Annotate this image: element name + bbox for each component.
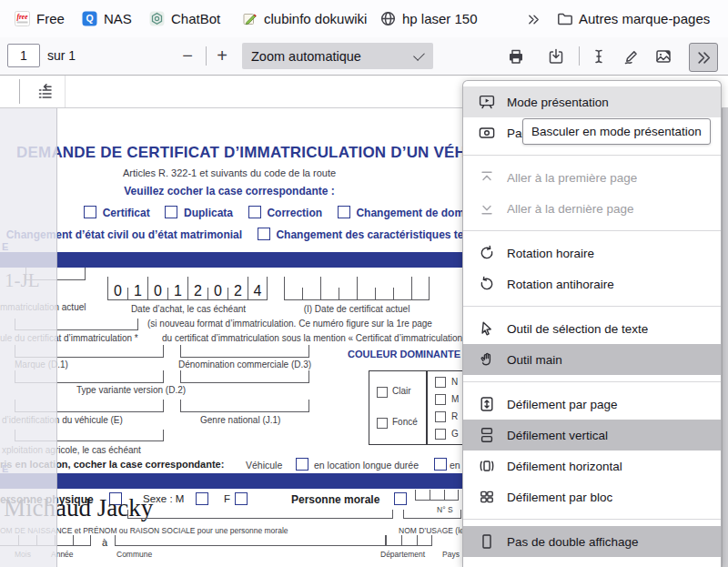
text-selection-tool-button[interactable] xyxy=(585,43,612,70)
bookmark-hp-laser[interactable]: hp laser 150 xyxy=(377,6,481,32)
menu-item-vertical-scrolling[interactable]: Défilement vertical xyxy=(463,420,721,451)
field-bracket xyxy=(127,510,393,519)
zoom-out-button[interactable]: − xyxy=(174,41,201,70)
field-bracket xyxy=(180,370,309,383)
divider xyxy=(19,79,20,104)
draw-tool-button[interactable] xyxy=(618,43,645,70)
bookmark-dokuwiki[interactable]: clubinfo dokuwiki xyxy=(238,6,370,32)
menu-item-text-selection-tool[interactable]: Outil de sélection de texte xyxy=(463,313,721,344)
menu-item-label: Pas de double affichage xyxy=(507,535,639,549)
chevron-down-icon xyxy=(413,49,425,61)
tooltip-text: Basculer en mode présentation xyxy=(531,125,702,138)
form-subtitle: Articles R. 322-1 et suivants du code de… xyxy=(56,167,402,178)
zoom-select-value: Zoom automatique xyxy=(251,49,361,64)
rotate-counterclockwise-icon xyxy=(479,276,495,292)
menu-item-rotate-ccw[interactable]: Rotation antihoraire xyxy=(463,268,721,299)
personne-morale-label: Personne morale xyxy=(291,493,379,506)
date-cell: 0 xyxy=(207,288,228,300)
vertical-scrolling-icon xyxy=(479,427,495,443)
menu-item-horizontal-scrolling[interactable]: Défilement horizontal xyxy=(463,451,721,481)
note-line-1: (si nouveau format d’immatriculation. Ce… xyxy=(147,319,432,329)
check-row-2: Changement d’état civil ou d’état matrim… xyxy=(0,228,511,241)
a-label: à xyxy=(102,537,107,548)
print-button[interactable] xyxy=(502,43,530,70)
couleur-option: R xyxy=(451,411,458,421)
field-bracket xyxy=(180,345,309,358)
menu-item-page-scrolling[interactable]: Défilement par page xyxy=(463,389,721,420)
menu-item-presentation-mode[interactable]: Mode présentation xyxy=(463,86,721,117)
checkbox-clair xyxy=(377,387,388,398)
menu-item-hand-tool[interactable]: Outil main xyxy=(463,344,721,375)
menu-separator xyxy=(463,381,721,382)
form-title: DEMANDE DE CERTIFICAT D’IMMATRICULATION … xyxy=(16,144,513,162)
menu-item-rotate-cw[interactable]: Rotation horaire xyxy=(463,238,721,268)
departement-label: Département xyxy=(380,550,425,559)
svg-text:Q: Q xyxy=(86,13,93,24)
image-tool-button[interactable] xyxy=(650,43,677,70)
divider xyxy=(426,371,428,444)
menu-item-first-page[interactable]: Aller à la première page xyxy=(463,162,721,193)
rotate-clockwise-icon xyxy=(479,245,495,261)
toggle-sidebar-button[interactable] xyxy=(31,79,56,104)
note-line-2: du certificat d’immatriculation sous la … xyxy=(162,333,473,343)
bookmark-label: ChatBot xyxy=(171,11,220,26)
bookmarks-overflow-chevron[interactable] xyxy=(521,6,546,32)
zoom-select[interactable]: Zoom automatique xyxy=(242,43,433,69)
page-number-input[interactable] xyxy=(7,44,40,67)
pdf-tools-menu: Mode présentation Page actuelle (vue d’e… xyxy=(462,80,722,567)
horizontal-scrolling-icon xyxy=(479,458,495,474)
last-page-icon xyxy=(479,200,495,217)
checkbox-couleur-4 xyxy=(435,429,446,440)
free-favicon: free xyxy=(15,11,30,26)
menu-item-last-page[interactable]: Aller à la dernière page xyxy=(463,193,721,224)
bookmarks-toolbar: free Free Q NAS ChatBot clubinfo dokuwik… xyxy=(0,0,728,38)
menu-item-label: Outil de sélection de texte xyxy=(507,322,648,336)
menu-separator xyxy=(463,519,721,520)
date-cell: 2 xyxy=(228,288,248,300)
save-button[interactable] xyxy=(542,43,570,70)
menu-item-no-spreads[interactable]: Pas de double affichage xyxy=(463,526,721,557)
check-label: Correction xyxy=(267,207,322,219)
tooltip: Basculer en mode présentation xyxy=(522,118,711,145)
cell xyxy=(401,535,417,546)
form-instruction: Veuillez cocher la case correspondante : xyxy=(56,185,402,197)
checkbox-duplicata xyxy=(165,206,177,218)
other-bookmarks-folder[interactable]: Autres marque-pages xyxy=(553,6,713,32)
checkbox-fonce xyxy=(377,418,388,429)
nas-favicon: Q xyxy=(82,11,97,26)
cell xyxy=(417,535,432,546)
cert-date-label: (I) Date de certificat actuel xyxy=(280,304,433,314)
purchase-date-label: Date d’achat, le cas échéant xyxy=(107,304,269,314)
hand-icon xyxy=(479,351,495,368)
checkbox-couleur-2 xyxy=(435,394,446,405)
bookmark-label: Free xyxy=(36,11,65,26)
other-bookmarks-label: Autres marque-pages xyxy=(579,11,710,26)
divider xyxy=(65,75,66,107)
menu-item-label: Outil main xyxy=(507,353,562,367)
checkbox-couleur-3 xyxy=(435,411,446,422)
genre-label: Genre national (J.1) xyxy=(200,415,280,425)
menu-item-label: Défilement par bloc xyxy=(507,491,612,504)
pdf-toolbar: sur 1 − + Zoom automatique xyxy=(0,37,728,76)
bookmark-label: clubinfo dokuwiki xyxy=(264,11,367,26)
menu-separator xyxy=(463,306,721,307)
checkbox-couleur-1 xyxy=(435,377,446,388)
zoom-in-button[interactable]: + xyxy=(208,41,236,70)
menu-item-label: Mode présentation xyxy=(507,96,609,109)
bookmark-label: hp laser 150 xyxy=(402,11,478,26)
date-cell xyxy=(339,288,357,300)
couleur-option: G xyxy=(451,429,459,439)
field-bracket xyxy=(115,535,386,546)
bookmark-free[interactable]: free Free xyxy=(11,6,68,32)
couleur-option: N xyxy=(451,377,458,387)
couleur-box: Clair Foncé N M R G xyxy=(369,370,473,445)
bookmark-nas[interactable]: Q NAS xyxy=(78,6,136,32)
vehicule-label: Véhicule xyxy=(246,460,282,471)
field-bracket xyxy=(403,510,461,519)
scrollbar[interactable] xyxy=(722,75,728,567)
menu-item-wrapped-scrolling[interactable]: Défilement par bloc xyxy=(463,481,721,512)
toolbar-more-tools-button[interactable] xyxy=(689,43,718,72)
date-cell xyxy=(284,277,302,300)
check-label: Duplicata xyxy=(184,207,233,219)
bookmark-chatbot[interactable]: ChatBot xyxy=(146,6,224,32)
